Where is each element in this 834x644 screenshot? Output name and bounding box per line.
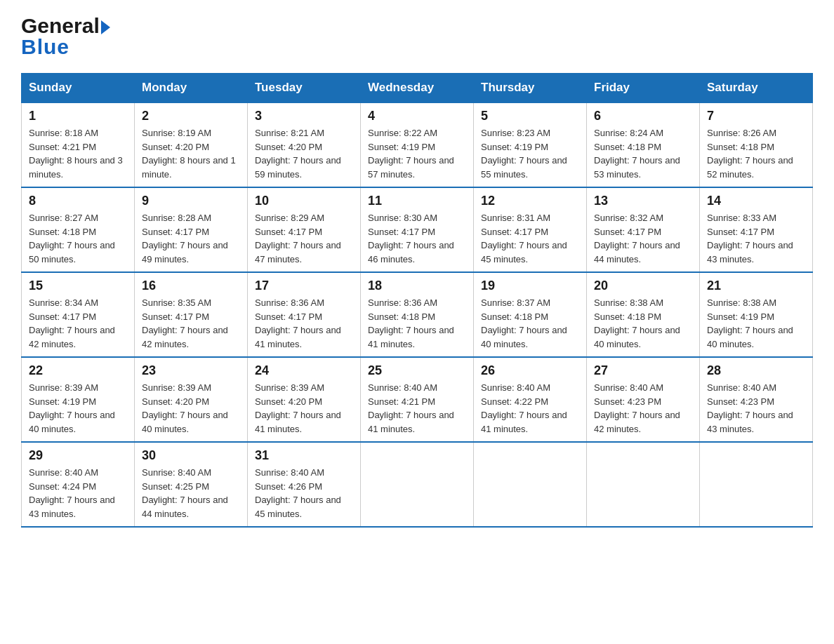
calendar-cell: 30 Sunrise: 8:40 AMSunset: 4:25 PMDaylig… <box>135 442 248 527</box>
day-info: Sunrise: 8:21 AMSunset: 4:20 PMDaylight:… <box>255 128 341 180</box>
day-number: 18 <box>368 279 466 293</box>
day-info: Sunrise: 8:37 AMSunset: 4:18 PMDaylight:… <box>481 297 567 349</box>
calendar-cell: 10 Sunrise: 8:29 AMSunset: 4:17 PMDaylig… <box>248 187 361 272</box>
calendar-week-row: 15 Sunrise: 8:34 AMSunset: 4:17 PMDaylig… <box>22 272 813 357</box>
day-number: 29 <box>29 448 127 463</box>
day-of-week-header: Thursday <box>474 74 587 103</box>
day-info: Sunrise: 8:38 AMSunset: 4:19 PMDaylight:… <box>707 297 793 349</box>
calendar-cell: 3 Sunrise: 8:21 AMSunset: 4:20 PMDayligh… <box>248 102 361 187</box>
calendar-cell: 28 Sunrise: 8:40 AMSunset: 4:23 PMDaylig… <box>700 357 813 442</box>
day-number: 28 <box>707 363 805 378</box>
logo-blue-text: Blue <box>21 35 70 59</box>
calendar-cell <box>700 442 813 527</box>
calendar-cell: 7 Sunrise: 8:26 AMSunset: 4:18 PMDayligh… <box>700 102 813 187</box>
day-number: 4 <box>368 109 466 123</box>
logo-general-text: General <box>21 14 100 38</box>
day-of-week-header: Wednesday <box>361 74 474 103</box>
day-number: 10 <box>255 194 353 208</box>
day-info: Sunrise: 8:27 AMSunset: 4:18 PMDaylight:… <box>29 213 115 264</box>
page-header: General Blue <box>21 14 813 59</box>
calendar-cell: 21 Sunrise: 8:38 AMSunset: 4:19 PMDaylig… <box>700 272 813 357</box>
day-info: Sunrise: 8:39 AMSunset: 4:19 PMDaylight:… <box>29 382 115 434</box>
calendar-cell: 2 Sunrise: 8:19 AMSunset: 4:20 PMDayligh… <box>135 102 248 187</box>
day-info: Sunrise: 8:18 AMSunset: 4:21 PMDaylight:… <box>29 128 123 180</box>
day-of-week-header: Friday <box>587 74 700 103</box>
day-of-week-header: Sunday <box>22 74 135 103</box>
day-number: 16 <box>142 279 240 293</box>
day-number: 13 <box>594 194 692 208</box>
day-info: Sunrise: 8:40 AMSunset: 4:24 PMDaylight:… <box>29 467 115 519</box>
day-number: 20 <box>594 279 692 293</box>
calendar-cell: 11 Sunrise: 8:30 AMSunset: 4:17 PMDaylig… <box>361 187 474 272</box>
calendar-cell <box>587 442 700 527</box>
calendar-cell: 15 Sunrise: 8:34 AMSunset: 4:17 PMDaylig… <box>22 272 135 357</box>
calendar-cell: 23 Sunrise: 8:39 AMSunset: 4:20 PMDaylig… <box>135 357 248 442</box>
calendar-week-row: 1 Sunrise: 8:18 AMSunset: 4:21 PMDayligh… <box>22 102 813 187</box>
day-info: Sunrise: 8:40 AMSunset: 4:25 PMDaylight:… <box>142 467 228 519</box>
day-info: Sunrise: 8:22 AMSunset: 4:19 PMDaylight:… <box>368 128 454 180</box>
day-of-week-header: Monday <box>135 74 248 103</box>
day-number: 31 <box>255 448 353 463</box>
day-info: Sunrise: 8:40 AMSunset: 4:26 PMDaylight:… <box>255 467 341 519</box>
day-info: Sunrise: 8:26 AMSunset: 4:18 PMDaylight:… <box>707 128 793 180</box>
calendar-cell: 12 Sunrise: 8:31 AMSunset: 4:17 PMDaylig… <box>474 187 587 272</box>
day-number: 3 <box>255 109 353 123</box>
calendar-cell: 8 Sunrise: 8:27 AMSunset: 4:18 PMDayligh… <box>22 187 135 272</box>
day-info: Sunrise: 8:39 AMSunset: 4:20 PMDaylight:… <box>142 382 228 434</box>
day-number: 21 <box>707 279 805 293</box>
calendar-week-row: 22 Sunrise: 8:39 AMSunset: 4:19 PMDaylig… <box>22 357 813 442</box>
day-info: Sunrise: 8:36 AMSunset: 4:18 PMDaylight:… <box>368 297 454 349</box>
day-info: Sunrise: 8:29 AMSunset: 4:17 PMDaylight:… <box>255 213 341 264</box>
day-number: 22 <box>29 363 127 378</box>
calendar-cell <box>474 442 587 527</box>
day-info: Sunrise: 8:34 AMSunset: 4:17 PMDaylight:… <box>29 297 115 349</box>
calendar-cell: 22 Sunrise: 8:39 AMSunset: 4:19 PMDaylig… <box>22 357 135 442</box>
calendar-cell: 5 Sunrise: 8:23 AMSunset: 4:19 PMDayligh… <box>474 102 587 187</box>
day-number: 6 <box>594 109 692 123</box>
day-number: 2 <box>142 109 240 123</box>
day-number: 15 <box>29 279 127 293</box>
calendar-header-row: SundayMondayTuesdayWednesdayThursdayFrid… <box>22 74 813 103</box>
calendar-cell: 4 Sunrise: 8:22 AMSunset: 4:19 PMDayligh… <box>361 102 474 187</box>
day-number: 24 <box>255 363 353 378</box>
day-number: 7 <box>707 109 805 123</box>
day-info: Sunrise: 8:38 AMSunset: 4:18 PMDaylight:… <box>594 297 680 349</box>
logo-arrow-icon <box>101 20 110 34</box>
day-info: Sunrise: 8:31 AMSunset: 4:17 PMDaylight:… <box>481 213 567 264</box>
day-number: 25 <box>368 363 466 378</box>
day-info: Sunrise: 8:40 AMSunset: 4:23 PMDaylight:… <box>707 382 793 434</box>
day-info: Sunrise: 8:40 AMSunset: 4:22 PMDaylight:… <box>481 382 567 434</box>
day-number: 27 <box>594 363 692 378</box>
calendar-cell: 20 Sunrise: 8:38 AMSunset: 4:18 PMDaylig… <box>587 272 700 357</box>
day-info: Sunrise: 8:32 AMSunset: 4:17 PMDaylight:… <box>594 213 680 264</box>
day-number: 30 <box>142 448 240 463</box>
day-number: 11 <box>368 194 466 208</box>
calendar-cell: 9 Sunrise: 8:28 AMSunset: 4:17 PMDayligh… <box>135 187 248 272</box>
calendar-cell: 18 Sunrise: 8:36 AMSunset: 4:18 PMDaylig… <box>361 272 474 357</box>
day-number: 26 <box>481 363 579 378</box>
day-number: 14 <box>707 194 805 208</box>
logo: General Blue <box>21 14 110 59</box>
day-number: 9 <box>142 194 240 208</box>
day-number: 23 <box>142 363 240 378</box>
day-of-week-header: Tuesday <box>248 74 361 103</box>
day-info: Sunrise: 8:24 AMSunset: 4:18 PMDaylight:… <box>594 128 680 180</box>
calendar-week-row: 8 Sunrise: 8:27 AMSunset: 4:18 PMDayligh… <box>22 187 813 272</box>
day-number: 19 <box>481 279 579 293</box>
day-info: Sunrise: 8:40 AMSunset: 4:21 PMDaylight:… <box>368 382 454 434</box>
day-info: Sunrise: 8:23 AMSunset: 4:19 PMDaylight:… <box>481 128 567 180</box>
day-number: 17 <box>255 279 353 293</box>
day-info: Sunrise: 8:30 AMSunset: 4:17 PMDaylight:… <box>368 213 454 264</box>
day-info: Sunrise: 8:40 AMSunset: 4:23 PMDaylight:… <box>594 382 680 434</box>
calendar-table: SundayMondayTuesdayWednesdayThursdayFrid… <box>21 73 813 528</box>
calendar-cell <box>361 442 474 527</box>
day-of-week-header: Saturday <box>700 74 813 103</box>
day-info: Sunrise: 8:28 AMSunset: 4:17 PMDaylight:… <box>142 213 228 264</box>
day-number: 8 <box>29 194 127 208</box>
day-number: 12 <box>481 194 579 208</box>
calendar-cell: 6 Sunrise: 8:24 AMSunset: 4:18 PMDayligh… <box>587 102 700 187</box>
calendar-cell: 14 Sunrise: 8:33 AMSunset: 4:17 PMDaylig… <box>700 187 813 272</box>
day-info: Sunrise: 8:19 AMSunset: 4:20 PMDaylight:… <box>142 128 236 180</box>
day-info: Sunrise: 8:35 AMSunset: 4:17 PMDaylight:… <box>142 297 228 349</box>
day-info: Sunrise: 8:39 AMSunset: 4:20 PMDaylight:… <box>255 382 341 434</box>
